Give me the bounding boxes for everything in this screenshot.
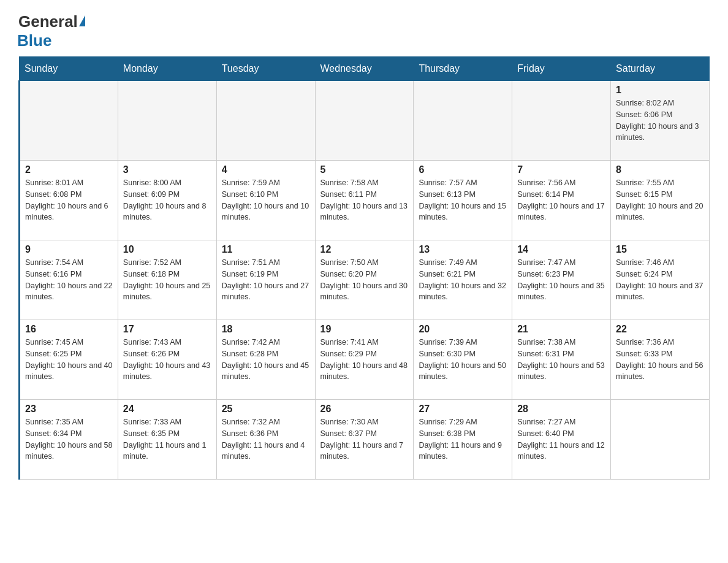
day-number: 19 bbox=[320, 324, 409, 335]
day-info: Sunrise: 7:29 AMSunset: 6:38 PMDaylight:… bbox=[419, 416, 507, 462]
col-monday: Monday bbox=[118, 57, 216, 81]
day-number: 28 bbox=[517, 404, 605, 415]
day-info: Sunrise: 7:36 AMSunset: 6:33 PMDaylight:… bbox=[616, 337, 704, 383]
table-row: 16Sunrise: 7:45 AMSunset: 6:25 PMDayligh… bbox=[20, 320, 118, 400]
day-info: Sunrise: 7:38 AMSunset: 6:31 PMDaylight:… bbox=[517, 337, 605, 383]
table-row: 19Sunrise: 7:41 AMSunset: 6:29 PMDayligh… bbox=[315, 320, 414, 400]
table-row: 28Sunrise: 7:27 AMSunset: 6:40 PMDayligh… bbox=[512, 400, 611, 480]
table-row: 20Sunrise: 7:39 AMSunset: 6:30 PMDayligh… bbox=[414, 320, 512, 400]
table-row: 5Sunrise: 7:58 AMSunset: 6:11 PMDaylight… bbox=[315, 161, 414, 240]
day-number: 13 bbox=[419, 244, 507, 255]
day-number: 3 bbox=[123, 164, 211, 175]
table-row bbox=[20, 81, 118, 161]
table-row: 11Sunrise: 7:51 AMSunset: 6:19 PMDayligh… bbox=[216, 240, 315, 320]
table-row: 10Sunrise: 7:52 AMSunset: 6:18 PMDayligh… bbox=[118, 240, 216, 320]
day-number: 25 bbox=[222, 404, 310, 415]
day-number: 1 bbox=[616, 85, 704, 96]
table-row: 22Sunrise: 7:36 AMSunset: 6:33 PMDayligh… bbox=[611, 320, 710, 400]
table-row: 15Sunrise: 7:46 AMSunset: 6:24 PMDayligh… bbox=[611, 240, 710, 320]
day-number: 21 bbox=[517, 324, 605, 335]
table-row: 7Sunrise: 7:56 AMSunset: 6:14 PMDaylight… bbox=[512, 161, 611, 240]
day-info: Sunrise: 7:39 AMSunset: 6:30 PMDaylight:… bbox=[419, 337, 507, 383]
table-row bbox=[611, 400, 710, 480]
day-number: 23 bbox=[25, 404, 113, 415]
logo-blue-text: Blue bbox=[17, 31, 51, 50]
day-number: 22 bbox=[616, 324, 704, 335]
table-row: 14Sunrise: 7:47 AMSunset: 6:23 PMDayligh… bbox=[512, 240, 611, 320]
table-row bbox=[315, 81, 414, 161]
table-row: 23Sunrise: 7:35 AMSunset: 6:34 PMDayligh… bbox=[20, 400, 118, 480]
page-header: General Blue bbox=[18, 12, 710, 50]
day-info: Sunrise: 7:33 AMSunset: 6:35 PMDaylight:… bbox=[123, 416, 211, 462]
day-number: 9 bbox=[25, 244, 113, 255]
day-info: Sunrise: 7:57 AMSunset: 6:13 PMDaylight:… bbox=[419, 177, 507, 223]
col-saturday: Saturday bbox=[611, 57, 710, 81]
table-row: 25Sunrise: 7:32 AMSunset: 6:36 PMDayligh… bbox=[216, 400, 315, 480]
col-tuesday: Tuesday bbox=[216, 57, 315, 81]
day-info: Sunrise: 7:35 AMSunset: 6:34 PMDaylight:… bbox=[25, 416, 113, 462]
col-wednesday: Wednesday bbox=[315, 57, 414, 81]
day-number: 8 bbox=[616, 164, 704, 175]
day-info: Sunrise: 8:02 AMSunset: 6:06 PMDaylight:… bbox=[616, 98, 704, 144]
table-row: 18Sunrise: 7:42 AMSunset: 6:28 PMDayligh… bbox=[216, 320, 315, 400]
day-number: 2 bbox=[25, 164, 113, 175]
day-number: 27 bbox=[419, 404, 507, 415]
table-row: 27Sunrise: 7:29 AMSunset: 6:38 PMDayligh… bbox=[414, 400, 512, 480]
day-info: Sunrise: 7:50 AMSunset: 6:20 PMDaylight:… bbox=[320, 257, 409, 303]
day-number: 24 bbox=[123, 404, 211, 415]
day-number: 11 bbox=[222, 244, 310, 255]
calendar-week-row: 2Sunrise: 8:01 AMSunset: 6:08 PMDaylight… bbox=[20, 161, 710, 240]
col-friday: Friday bbox=[512, 57, 611, 81]
calendar-table: Sunday Monday Tuesday Wednesday Thursday… bbox=[18, 56, 710, 480]
day-info: Sunrise: 7:47 AMSunset: 6:23 PMDaylight:… bbox=[517, 257, 605, 303]
table-row: 9Sunrise: 7:54 AMSunset: 6:16 PMDaylight… bbox=[20, 240, 118, 320]
calendar-header-row: Sunday Monday Tuesday Wednesday Thursday… bbox=[20, 57, 710, 81]
table-row: 21Sunrise: 7:38 AMSunset: 6:31 PMDayligh… bbox=[512, 320, 611, 400]
day-info: Sunrise: 7:41 AMSunset: 6:29 PMDaylight:… bbox=[320, 337, 409, 383]
day-number: 12 bbox=[320, 244, 409, 255]
day-info: Sunrise: 7:49 AMSunset: 6:21 PMDaylight:… bbox=[419, 257, 507, 303]
table-row bbox=[118, 81, 216, 161]
table-row: 26Sunrise: 7:30 AMSunset: 6:37 PMDayligh… bbox=[315, 400, 414, 480]
day-info: Sunrise: 7:45 AMSunset: 6:25 PMDaylight:… bbox=[25, 337, 113, 383]
logo-general-text: General bbox=[18, 12, 78, 31]
day-number: 26 bbox=[320, 404, 409, 415]
day-info: Sunrise: 7:51 AMSunset: 6:19 PMDaylight:… bbox=[222, 257, 310, 303]
day-info: Sunrise: 7:32 AMSunset: 6:36 PMDaylight:… bbox=[222, 416, 310, 462]
day-number: 20 bbox=[419, 324, 507, 335]
table-row bbox=[512, 81, 611, 161]
table-row: 4Sunrise: 7:59 AMSunset: 6:10 PMDaylight… bbox=[216, 161, 315, 240]
day-info: Sunrise: 7:42 AMSunset: 6:28 PMDaylight:… bbox=[222, 337, 310, 383]
table-row bbox=[216, 81, 315, 161]
day-info: Sunrise: 7:55 AMSunset: 6:15 PMDaylight:… bbox=[616, 177, 704, 223]
day-info: Sunrise: 8:01 AMSunset: 6:08 PMDaylight:… bbox=[25, 177, 113, 223]
day-info: Sunrise: 7:58 AMSunset: 6:11 PMDaylight:… bbox=[320, 177, 409, 223]
calendar-week-row: 1Sunrise: 8:02 AMSunset: 6:06 PMDaylight… bbox=[20, 81, 710, 161]
table-row: 2Sunrise: 8:01 AMSunset: 6:08 PMDaylight… bbox=[20, 161, 118, 240]
table-row: 3Sunrise: 8:00 AMSunset: 6:09 PMDaylight… bbox=[118, 161, 216, 240]
calendar-week-row: 9Sunrise: 7:54 AMSunset: 6:16 PMDaylight… bbox=[20, 240, 710, 320]
calendar-week-row: 23Sunrise: 7:35 AMSunset: 6:34 PMDayligh… bbox=[20, 400, 710, 480]
day-info: Sunrise: 7:30 AMSunset: 6:37 PMDaylight:… bbox=[320, 416, 409, 462]
day-info: Sunrise: 7:27 AMSunset: 6:40 PMDaylight:… bbox=[517, 416, 605, 462]
calendar-week-row: 16Sunrise: 7:45 AMSunset: 6:25 PMDayligh… bbox=[20, 320, 710, 400]
day-number: 7 bbox=[517, 164, 605, 175]
table-row: 8Sunrise: 7:55 AMSunset: 6:15 PMDaylight… bbox=[611, 161, 710, 240]
table-row: 1Sunrise: 8:02 AMSunset: 6:06 PMDaylight… bbox=[611, 81, 710, 161]
logo: General Blue bbox=[18, 12, 85, 50]
day-number: 14 bbox=[517, 244, 605, 255]
day-number: 16 bbox=[25, 324, 113, 335]
table-row: 12Sunrise: 7:50 AMSunset: 6:20 PMDayligh… bbox=[315, 240, 414, 320]
logo-triangle-icon bbox=[79, 15, 85, 26]
table-row: 17Sunrise: 7:43 AMSunset: 6:26 PMDayligh… bbox=[118, 320, 216, 400]
day-number: 17 bbox=[123, 324, 211, 335]
day-info: Sunrise: 7:54 AMSunset: 6:16 PMDaylight:… bbox=[25, 257, 113, 303]
day-info: Sunrise: 7:59 AMSunset: 6:10 PMDaylight:… bbox=[222, 177, 310, 223]
day-info: Sunrise: 7:43 AMSunset: 6:26 PMDaylight:… bbox=[123, 337, 211, 383]
table-row bbox=[414, 81, 512, 161]
col-thursday: Thursday bbox=[414, 57, 512, 81]
day-number: 15 bbox=[616, 244, 704, 255]
day-info: Sunrise: 7:56 AMSunset: 6:14 PMDaylight:… bbox=[517, 177, 605, 223]
day-number: 4 bbox=[222, 164, 310, 175]
day-number: 5 bbox=[320, 164, 409, 175]
